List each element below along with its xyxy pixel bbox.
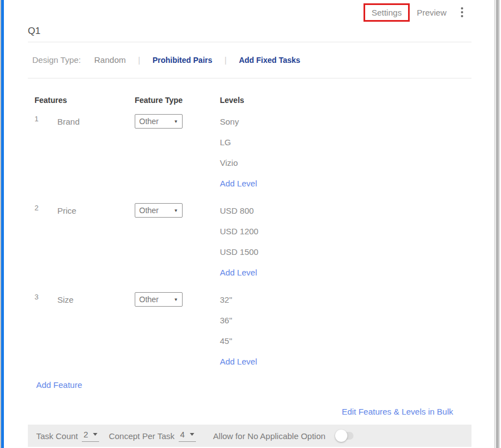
no-applicable-option-label: Allow for No Applicable Option (213, 431, 326, 441)
level-value[interactable]: USD 800 (220, 200, 471, 221)
task-count-dropdown[interactable]: 2 (82, 430, 99, 442)
no-applicable-option-toggle[interactable] (337, 432, 353, 440)
caret-down-icon (190, 433, 194, 436)
settings-button[interactable]: Settings (364, 3, 409, 22)
bulk-edit-row: Edit Features & Levels in Bulk (28, 407, 471, 417)
kebab-menu-icon[interactable] (459, 5, 465, 19)
feature-index: 2 (35, 200, 57, 283)
add-feature-link[interactable]: Add Feature (36, 380, 82, 391)
feature-type-select[interactable]: Other ▼ (135, 203, 183, 218)
level-value[interactable]: 36" (220, 310, 471, 331)
concept-per-task-value: 4 (180, 430, 185, 439)
level-value[interactable]: 45" (220, 331, 471, 351)
feature-row-brand: 1 Brand Other ▼ Sony LG Vizio Add Level (28, 111, 471, 194)
task-count-value: 2 (84, 430, 88, 439)
features-table-header: Features Feature Type Levels (28, 96, 471, 105)
feature-name-size[interactable]: Size (57, 289, 135, 310)
task-count-label: Task Count (36, 431, 78, 441)
chevron-down-icon: ▼ (174, 119, 178, 124)
level-value[interactable]: 32" (220, 289, 471, 310)
chevron-down-icon: ▼ (174, 297, 178, 302)
design-type-row: Design Type: Random | Prohibited Pairs |… (28, 42, 471, 78)
add-level-link[interactable]: Add Level (220, 262, 471, 283)
add-level-link[interactable]: Add Level (220, 351, 471, 372)
feature-row-size: 3 Size Other ▼ 32" 36" 45" Add Level (28, 289, 471, 372)
feature-type-value: Other (139, 295, 159, 304)
question-content: Q1 Design Type: Random | Prohibited Pair… (28, 24, 471, 447)
design-type-option-add-fixed-tasks[interactable]: Add Fixed Tasks (239, 56, 300, 65)
scrollbar-thumb[interactable] (496, 0, 499, 448)
task-settings-bar: Task Count 2 Concept Per Task 4 Allow fo… (28, 425, 471, 447)
feature-index: 1 (35, 111, 57, 194)
design-type-option-prohibited-pairs[interactable]: Prohibited Pairs (153, 56, 212, 65)
feature-name-price[interactable]: Price (57, 200, 135, 221)
toggle-knob (335, 430, 347, 442)
separator: | (138, 55, 140, 65)
feature-index: 3 (35, 289, 57, 372)
feature-row-price: 2 Price Other ▼ USD 800 USD 1200 USD 150… (28, 200, 471, 283)
level-value[interactable]: LG (220, 132, 471, 152)
question-code-label: Q1 (28, 24, 471, 42)
concept-per-task-dropdown[interactable]: 4 (179, 430, 196, 442)
design-type-label: Design Type: (32, 55, 81, 65)
chevron-down-icon: ▼ (174, 208, 178, 213)
column-header-feature-type: Feature Type (135, 96, 220, 105)
concept-per-task-label: Concept Per Task (109, 431, 174, 441)
level-value[interactable]: USD 1200 (220, 221, 471, 242)
level-value[interactable]: Sony (220, 111, 471, 132)
column-header-levels: Levels (220, 96, 471, 105)
level-value[interactable]: Vizio (220, 152, 471, 173)
feature-type-value: Other (139, 206, 159, 215)
feature-name-brand[interactable]: Brand (57, 111, 135, 132)
edit-features-levels-bulk-link[interactable]: Edit Features & Levels in Bulk (342, 407, 453, 416)
feature-type-value: Other (139, 117, 159, 126)
caret-down-icon (93, 433, 97, 436)
separator: | (224, 55, 227, 65)
design-type-option-random[interactable]: Random (94, 55, 126, 65)
level-value[interactable]: USD 1500 (220, 242, 471, 262)
preview-button[interactable]: Preview (417, 8, 446, 17)
feature-type-select[interactable]: Other ▼ (135, 114, 183, 129)
add-level-link[interactable]: Add Level (220, 173, 471, 194)
column-header-features: Features (35, 96, 135, 105)
divider (28, 78, 471, 78)
feature-type-select[interactable]: Other ▼ (135, 292, 183, 307)
vertical-scrollbar[interactable] (494, 0, 500, 448)
editor-toolbar: Settings Preview (4, 0, 494, 24)
question-editor-panel: Settings Preview Q1 Design Type: Random … (4, 0, 494, 448)
